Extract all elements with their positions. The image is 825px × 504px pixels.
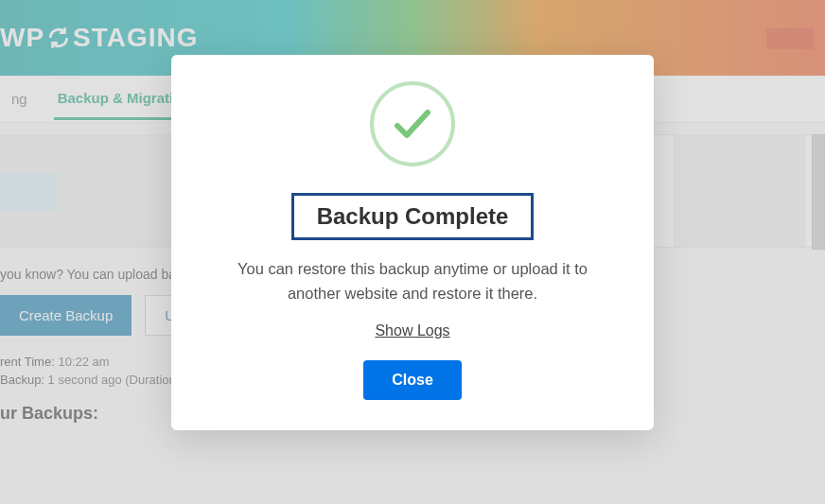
show-logs-link[interactable]: Show Logs [375, 322, 449, 339]
modal-title-frame: Backup Complete [291, 193, 535, 240]
modal-body-text: You can restore this backup anytime or u… [205, 257, 620, 305]
backup-complete-modal: Backup Complete You can restore this bac… [171, 55, 654, 430]
modal-overlay: Backup Complete You can restore this bac… [0, 0, 825, 504]
modal-title: Backup Complete [317, 203, 509, 230]
close-button[interactable]: Close [363, 360, 462, 400]
success-check-icon [370, 81, 455, 166]
